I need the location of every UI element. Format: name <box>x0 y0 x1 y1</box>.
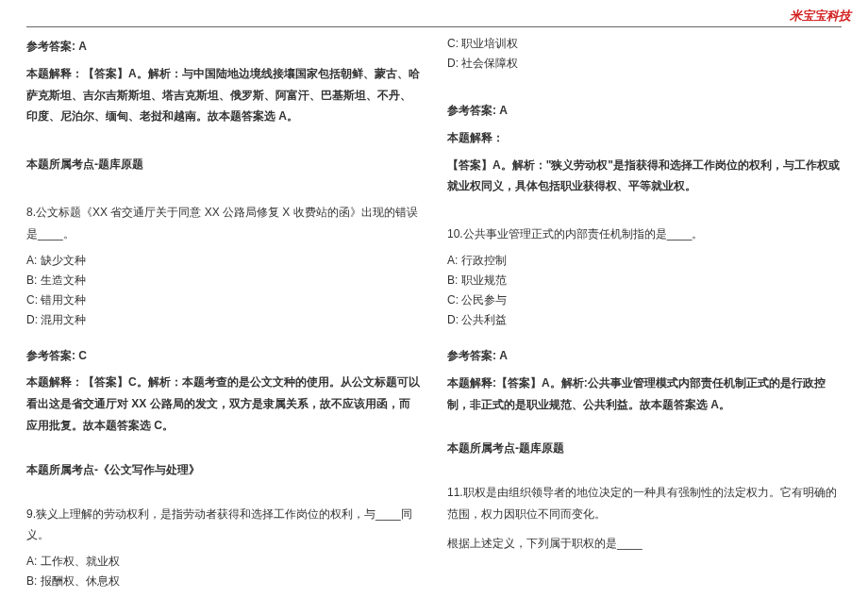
question-9-option-b: B: 报酬权、休息权 <box>26 573 421 589</box>
question-9-option-a: A: 工作权、就业权 <box>26 554 421 570</box>
answer-8-label: 参考答案: C <box>26 345 421 367</box>
source-10: 本题所属考点-题库原题 <box>447 438 842 459</box>
question-8-option-d: D: 混用文种 <box>26 312 421 328</box>
question-9-stem: 9.狭义上理解的劳动权利，是指劳动者获得和选择工作岗位的权利，与____同义。 <box>26 504 421 547</box>
question-8-option-c: C: 错用文种 <box>26 292 421 308</box>
source-7: 本题所属考点-题库原题 <box>26 154 421 175</box>
question-11-sub: 根据上述定义，下列属于职权的是____ <box>447 533 842 555</box>
question-9-option-c: C: 职业培训权 <box>447 36 842 52</box>
explanation-8: 本题解释：【答案】C。解析：本题考查的是公文文种的使用。从公文标题可以看出这是省… <box>26 372 421 436</box>
question-9-option-d: D: 社会保障权 <box>447 56 842 72</box>
watermark-text: 米宝宝科技 <box>790 8 851 25</box>
explanation-7: 本题解释：【答案】A。解析：与中国陆地边境线接壤国家包括朝鲜、蒙古、哈萨克斯坦、… <box>26 63 421 127</box>
header-divider <box>26 26 842 27</box>
content-columns: 参考答案: A 本题解释：【答案】A。解析：与中国陆地边境线接壤国家包括朝鲜、蒙… <box>26 36 842 605</box>
explanation-9-body: 【答案】A。解析："狭义劳动权"是指获得和选择工作岗位的权利，与工作权或就业权同… <box>447 155 842 198</box>
answer-9-label: 参考答案: A <box>447 100 842 122</box>
question-11-stem: 11.职权是由组织领导者的地位决定的一种具有强制性的法定权力。它有明确的范围，权… <box>447 482 842 525</box>
question-10-option-d: D: 公共利益 <box>447 312 842 328</box>
question-10-option-a: A: 行政控制 <box>447 253 842 269</box>
question-10-stem: 10.公共事业管理正式的内部责任机制指的是____。 <box>447 224 842 245</box>
explanation-10: 本题解释:【答案】A。解析:公共事业管理模式内部责任机制正式的是行政控制，非正式… <box>447 373 842 416</box>
answer-7-label: 参考答案: A <box>26 36 421 58</box>
answer-10-label: 参考答案: A <box>447 345 842 367</box>
source-8: 本题所属考点-《公文写作与处理》 <box>26 459 421 481</box>
question-8-option-a: A: 缺少文种 <box>26 253 421 269</box>
question-8-stem: 8.公文标题《XX 省交通厅关于同意 XX 公路局修复 X 收费站的函》出现的错… <box>26 202 421 245</box>
question-10-option-c: C: 公民参与 <box>447 292 842 308</box>
question-8-option-b: B: 生造文种 <box>26 273 421 289</box>
explanation-9-head: 本题解释： <box>447 127 842 149</box>
question-10-option-b: B: 职业规范 <box>447 273 842 289</box>
